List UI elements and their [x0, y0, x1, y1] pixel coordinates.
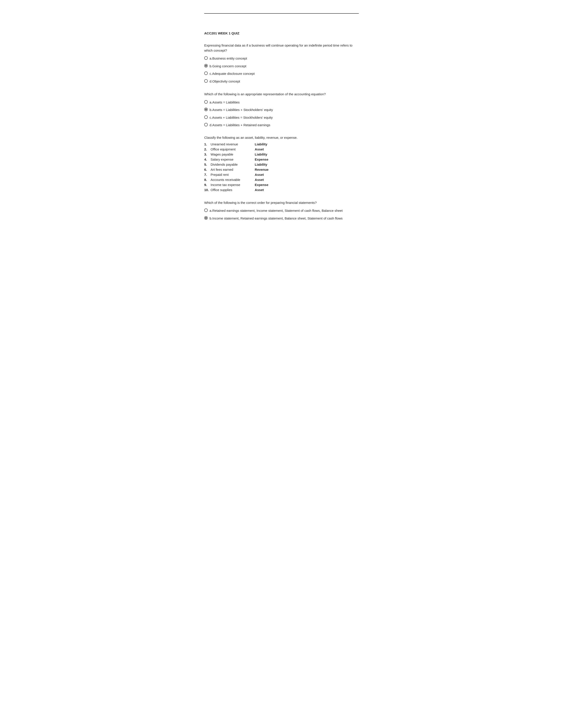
classify-item-name-10: Office supplies	[211, 187, 255, 192]
classify-row-7: 7.Prepaid rentAsset	[204, 172, 268, 177]
classify-row-2: 2.Office equipmentAsset	[204, 147, 268, 152]
option-q2b-label: b.Assets = Liabilities + Stockholders' e…	[209, 107, 273, 113]
option-q2c-label: c.Assets + Liabilities = Stockholders' e…	[209, 115, 273, 120]
classify-num-5: 5.	[204, 162, 211, 167]
classify-item-name-5: Dividends payable	[211, 162, 255, 167]
option-q4b-label: b.Income statement, Retained earnings st…	[209, 216, 343, 221]
classify-item-category-7: Asset	[255, 172, 269, 177]
option-q1d[interactable]: d.Objectivity concept	[204, 79, 359, 84]
option-q2a[interactable]: a.Assets = Liabilities	[204, 100, 359, 105]
classify-row-3: 3.Wages payableLiability	[204, 152, 268, 157]
question-4: Which of the following is the correct or…	[204, 200, 359, 221]
option-q4a[interactable]: a.Retained earnings statement, Income st…	[204, 208, 359, 213]
classify-num-2: 2.	[204, 147, 211, 152]
classify-num-8: 8.	[204, 177, 211, 182]
option-q1c[interactable]: c.Adequate disclosure concept	[204, 71, 359, 76]
classify-intro: Classify the following as an asset, liab…	[204, 136, 359, 139]
option-q4a-label: a.Retained earnings statement, Income st…	[209, 208, 343, 213]
classify-row-8: 8.Accounts receivableAsset	[204, 177, 268, 182]
radio-q2b[interactable]	[204, 108, 208, 111]
option-q2d-label: d.Assets = Liabilities + Retained earnin…	[209, 123, 270, 128]
question-1-text: Expressing financial data as if a busine…	[204, 43, 359, 53]
classify-num-10: 10.	[204, 187, 211, 192]
classify-row-5: 5.Dividends payableLiability	[204, 162, 268, 167]
classify-item-category-6: Revenue	[255, 167, 269, 172]
classify-item-name-7: Prepaid rent	[211, 172, 255, 177]
classify-item-category-8: Asset	[255, 177, 269, 182]
question-2-text: Which of the following is an appropriate…	[204, 92, 359, 97]
question-2: Which of the following is an appropriate…	[204, 92, 359, 128]
option-q2d[interactable]: d.Assets = Liabilities + Retained earnin…	[204, 123, 359, 128]
option-q1b[interactable]: b.Going concern concept	[204, 64, 359, 69]
classify-row-10: 10.Office suppliesAsset	[204, 187, 268, 192]
classify-item-category-10: Asset	[255, 187, 269, 192]
classify-item-name-4: Salary expense	[211, 157, 255, 162]
classify-item-category-3: Liability	[255, 152, 269, 157]
option-q2c[interactable]: c.Assets + Liabilities = Stockholders' e…	[204, 115, 359, 120]
classify-num-4: 4.	[204, 157, 211, 162]
classify-num-9: 9.	[204, 182, 211, 187]
radio-q4b[interactable]	[204, 216, 208, 220]
classify-item-category-9: Expense	[255, 182, 269, 187]
classify-num-3: 3.	[204, 152, 211, 157]
classify-item-category-4: Expense	[255, 157, 269, 162]
radio-q2d[interactable]	[204, 123, 208, 126]
option-q2a-label: a.Assets = Liabilities	[209, 100, 239, 105]
option-q1d-label: d.Objectivity concept	[209, 79, 240, 84]
classify-num-6: 6.	[204, 167, 211, 172]
classify-row-6: 6.Art fees earnedRevenue	[204, 167, 268, 172]
radio-q1d[interactable]	[204, 79, 208, 83]
classify-item-name-3: Wages payable	[211, 152, 255, 157]
classify-item-name-1: Unearned revenue	[211, 142, 255, 147]
question-4-text: Which of the following is the correct or…	[204, 200, 359, 205]
option-q1a-label: a.Business entity concept	[209, 56, 247, 61]
classify-block: Classify the following as an asset, liab…	[204, 136, 359, 192]
page-container: ACC201 WEEK 1 QUIZ Expressing financial …	[186, 0, 377, 246]
option-q2b[interactable]: b.Assets = Liabilities + Stockholders' e…	[204, 107, 359, 113]
top-border	[204, 13, 359, 14]
classify-row-4: 4.Salary expenseExpense	[204, 157, 268, 162]
radio-q2c[interactable]	[204, 115, 208, 119]
page-title: ACC201 WEEK 1 QUIZ	[204, 31, 359, 35]
classify-row-9: 9.Income tax expenseExpense	[204, 182, 268, 187]
radio-q2a[interactable]	[204, 100, 208, 104]
classify-item-name-9: Income tax expense	[211, 182, 255, 187]
classify-row-1: 1.Unearned revenueLiability	[204, 142, 268, 147]
radio-q4a[interactable]	[204, 208, 208, 212]
radio-q1c[interactable]	[204, 71, 208, 75]
classify-item-category-2: Asset	[255, 147, 269, 152]
option-q1c-label: c.Adequate disclosure concept	[209, 71, 254, 76]
option-q1a[interactable]: a.Business entity concept	[204, 56, 359, 61]
option-q4b[interactable]: b.Income statement, Retained earnings st…	[204, 216, 359, 221]
classify-num-7: 7.	[204, 172, 211, 177]
classify-item-category-1: Liability	[255, 142, 269, 147]
classify-item-name-2: Office equipment	[211, 147, 255, 152]
classify-num-1: 1.	[204, 142, 211, 147]
classify-item-name-8: Accounts receivable	[211, 177, 255, 182]
classify-item-category-5: Liability	[255, 162, 269, 167]
radio-q1a[interactable]	[204, 56, 208, 60]
question-1: Expressing financial data as if a busine…	[204, 43, 359, 84]
option-q1b-label: b.Going concern concept	[209, 64, 246, 69]
radio-q1b[interactable]	[204, 64, 208, 68]
classify-table: 1.Unearned revenueLiability2.Office equi…	[204, 142, 268, 192]
classify-item-name-6: Art fees earned	[211, 167, 255, 172]
